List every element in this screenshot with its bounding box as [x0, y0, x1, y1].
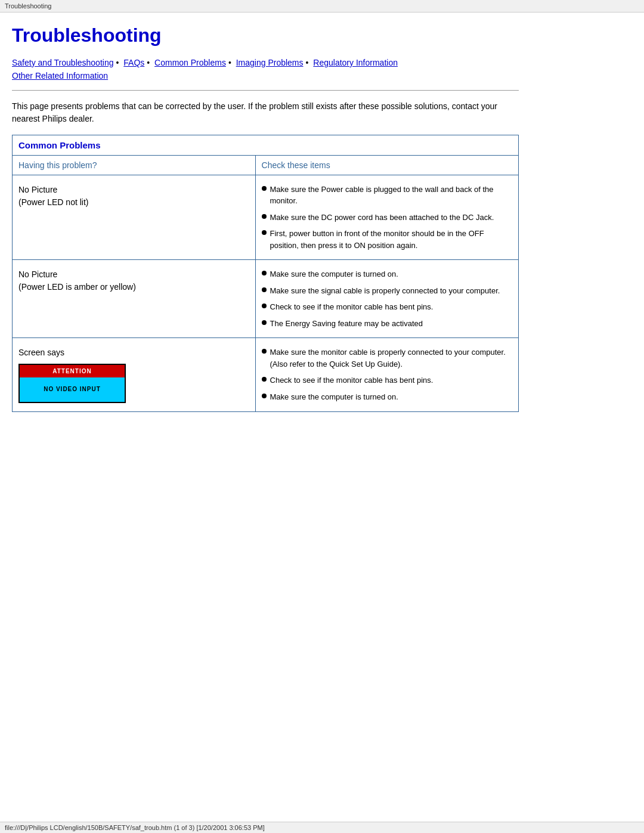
attention-box-2: ATTENTIONNO VIDEO INPUT — [18, 364, 126, 403]
nav-link-common[interactable]: Common Problems — [154, 58, 226, 67]
section-divider — [12, 90, 519, 91]
solution-item-2-2: Make sure the computer is turned on. — [262, 389, 512, 405]
bullet-icon — [262, 186, 267, 191]
problem-cell-0: No Picture(Power LED not lit) — [13, 175, 256, 260]
main-content: Troubleshooting Safety and Troubleshooti… — [0, 13, 537, 436]
solution-item-2-0: Make sure the monitor cable is properly … — [262, 344, 512, 372]
solution-item-0-1: Make sure the DC power cord has been att… — [262, 209, 512, 226]
table-section-title: Common Problems — [13, 135, 519, 155]
bullet-icon — [262, 394, 267, 398]
solution-item-0-0: Make sure the Power cable is plugged to … — [262, 181, 512, 209]
problems-table: Common Problems Having this problem? Che… — [12, 135, 519, 413]
nav-link-regulatory[interactable]: Regulatory Information — [313, 58, 398, 67]
nav-link-imaging[interactable]: Imaging Problems — [236, 58, 304, 67]
solution-cell-0: Make sure the Power cable is plugged to … — [255, 175, 518, 260]
solution-item-2-1: Check to see if the monitor cable has be… — [262, 372, 512, 389]
bullet-icon — [262, 320, 267, 325]
browser-title: Troubleshooting — [0, 0, 644, 13]
solution-item-1-1: Make sure the signal cable is properly c… — [262, 283, 512, 299]
bullet-icon — [262, 304, 267, 308]
attention-body-2: NO VIDEO INPUT — [20, 377, 125, 402]
nav-sep-2: • — [147, 58, 150, 67]
nav-links: Safety and Troubleshooting• FAQs• Common… — [12, 56, 519, 83]
problem-cell-1: No Picture(Power LED is amber or yellow) — [13, 260, 256, 338]
solution-item-0-2: First, power button in front of the moni… — [262, 225, 512, 253]
bullet-icon — [262, 271, 267, 275]
nav-sep-3: • — [228, 58, 231, 67]
bullet-icon — [262, 214, 267, 219]
intro-text: This page presents problems that can be … — [12, 100, 519, 125]
solution-cell-1: Make sure the computer is turned on.Make… — [255, 260, 518, 338]
attention-header-2: ATTENTION — [20, 365, 125, 377]
nav-link-other[interactable]: Other Related Information — [12, 71, 108, 80]
solution-item-1-2: Check to see if the monitor cable has be… — [262, 299, 512, 315]
nav-link-faqs[interactable]: FAQs — [123, 58, 144, 67]
bullet-icon — [262, 349, 267, 354]
nav-link-safety[interactable]: Safety and Troubleshooting — [12, 58, 113, 67]
col-header-problem: Having this problem? — [13, 155, 256, 175]
bullet-icon — [262, 287, 267, 292]
nav-sep-4: • — [306, 58, 309, 67]
solution-cell-2: Make sure the monitor cable is properly … — [255, 338, 518, 412]
nav-sep-1: • — [116, 58, 119, 67]
page-title: Troubleshooting — [12, 24, 519, 47]
problem-cell-2: Screen saysATTENTIONNO VIDEO INPUT — [13, 338, 256, 412]
bullet-icon — [262, 230, 267, 235]
bullet-icon — [262, 377, 267, 382]
solution-item-1-0: Make sure the computer is turned on. — [262, 266, 512, 283]
col-header-solution: Check these items — [255, 155, 518, 175]
solution-item-1-3: The Energy Saving feature may be activat… — [262, 315, 512, 332]
